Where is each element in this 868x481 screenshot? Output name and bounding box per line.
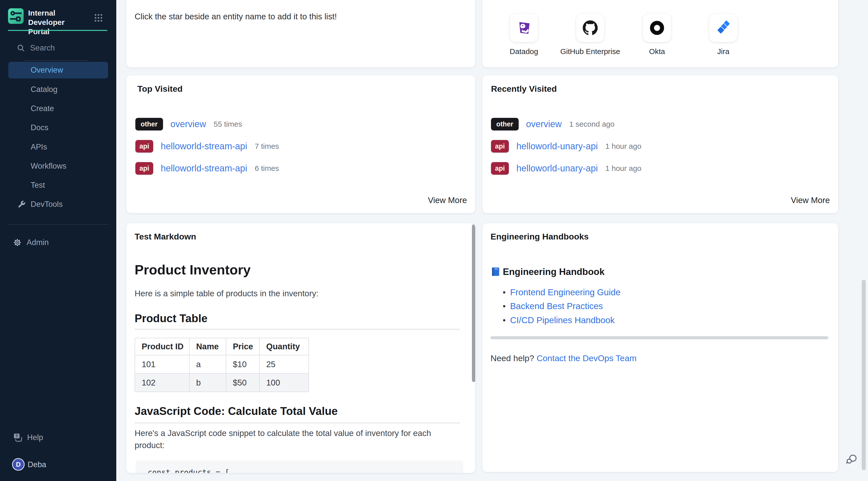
datadog-icon: [516, 20, 532, 36]
card-title: Test Markdown: [135, 232, 196, 241]
avatar-initial: D: [16, 461, 21, 469]
sidebar-search[interactable]: Search: [0, 40, 116, 56]
apps-grid-icon[interactable]: [93, 13, 103, 23]
table-row: 101 a $10 25: [135, 355, 309, 373]
table-cell: b: [189, 373, 226, 392]
table-header: Quantity: [259, 338, 309, 355]
tile-github[interactable]: [576, 14, 604, 42]
entity-link[interactable]: overview: [526, 119, 562, 129]
sidebar-item-test[interactable]: Test: [8, 177, 108, 193]
visited-row: api helloworld-unary-api 1 hour ago: [491, 140, 642, 153]
book-icon: [490, 266, 501, 277]
card-scrollbar-thumb[interactable]: [472, 224, 475, 382]
portal-logo: [8, 8, 24, 24]
sidebar-item-workflows[interactable]: Workflows: [8, 158, 108, 174]
table-cell: 25: [259, 355, 309, 373]
search-label: Search: [30, 43, 55, 53]
sidebar-item-overview[interactable]: Overview: [8, 62, 108, 79]
visit-meta: 6 times: [255, 164, 279, 173]
entity-link[interactable]: helloworld-stream-api: [161, 163, 247, 174]
list-item: Frontend Engineering Guide: [503, 287, 621, 298]
sidebar-item-docs[interactable]: Docs: [8, 119, 108, 136]
visit-meta: 7 times: [255, 142, 279, 151]
handbook-link[interactable]: Backend Best Practices: [510, 301, 603, 311]
markdown-h1: Product Inventory: [135, 261, 251, 278]
bullet: [503, 305, 505, 307]
card-title: Engineering Handbooks: [491, 232, 589, 241]
sidebar-item-catalog[interactable]: Catalog: [8, 81, 108, 98]
app: Internal Developer Portal Search: [0, 0, 868, 481]
entity-link[interactable]: helloworld-unary-api: [516, 141, 598, 152]
github-icon: [583, 20, 598, 36]
svg-text:?: ?: [16, 434, 18, 438]
sidebar-user[interactable]: D Deba: [0, 456, 116, 473]
recently-visited-card: Recently Visited other overview 1 second…: [483, 76, 838, 213]
table-cell: $50: [226, 373, 259, 392]
handbook-link[interactable]: Frontend Engineering Guide: [510, 287, 621, 297]
starred-entities-card: Click the star beside an entity name to …: [126, 0, 475, 67]
sidebar-item-label: Test: [31, 181, 45, 189]
sidebar-item-label: DevTools: [31, 200, 63, 209]
table-header-row: Product ID Name Price Quantity: [135, 338, 309, 355]
tile-label-github: GitHub Enterprise: [558, 47, 623, 56]
markdown-h2-table: Product Table: [135, 311, 208, 325]
sidebar-divider: [7, 224, 109, 225]
handbook-link[interactable]: CI/CD Pipelines Handbook: [510, 315, 615, 325]
markdown-hr: [135, 423, 460, 423]
sidebar-item-apis[interactable]: APIs: [8, 139, 108, 155]
jira-icon: [716, 20, 731, 36]
markdown-intro: Here is a simple table of products in th…: [135, 288, 459, 300]
avatar: D: [12, 458, 25, 471]
contact-devops-link[interactable]: Contact the DevOps Team: [536, 353, 637, 363]
table-header: Product ID: [135, 338, 189, 355]
tile-label-datadog: Datadog: [491, 47, 557, 56]
tile-okta[interactable]: [643, 14, 671, 42]
wrench-icon: [17, 200, 26, 209]
list-item: CI/CD Pipelines Handbook: [503, 314, 615, 326]
entity-link[interactable]: overview: [170, 119, 206, 129]
thick-divider: [491, 336, 828, 339]
sidebar-item-label: Workflows: [31, 161, 66, 170]
view-more-button[interactable]: View More: [791, 196, 830, 205]
tile-label-okta: Okta: [624, 47, 690, 56]
handbook-section-title: Engineering Handbook: [503, 266, 604, 277]
kind-badge: other: [491, 118, 519, 130]
table-cell: 100: [259, 373, 309, 392]
tile-label-jira: Jira: [691, 47, 756, 56]
visited-row: other overview 55 times: [135, 118, 242, 130]
sidebar-item-create[interactable]: Create: [8, 100, 108, 117]
table-cell: $10: [226, 355, 259, 373]
tile-datadog[interactable]: [510, 14, 538, 42]
view-more-button[interactable]: View More: [428, 196, 467, 205]
markdown-code-intro: Here's a JavaScript code snippet to calc…: [135, 427, 456, 451]
kind-badge: api: [135, 140, 153, 153]
starred-empty-message: Click the star beside an entity name to …: [135, 11, 436, 22]
visited-row: other overview 1 second ago: [491, 118, 615, 130]
integrations-card: Datadog GitHub Enterprise Okta: [483, 0, 838, 67]
sidebar-item-devtools[interactable]: DevTools: [8, 196, 108, 213]
table-cell: a: [189, 355, 226, 373]
help-chat-icon: ?: [12, 432, 23, 443]
search-divider: [24, 60, 88, 61]
tile-jira[interactable]: [709, 14, 737, 42]
sidebar-item-help[interactable]: ? Help: [0, 429, 116, 446]
kind-badge: other: [135, 118, 163, 130]
help-label: Help: [27, 433, 43, 442]
chat-widget-icon[interactable]: [845, 453, 858, 466]
sidebar-item-admin[interactable]: Admin: [0, 234, 116, 251]
sidebar-item-label: Docs: [31, 123, 49, 132]
entity-link[interactable]: helloworld-unary-api: [516, 163, 598, 174]
search-icon: [17, 44, 25, 52]
visited-row: api helloworld-stream-api 6 times: [135, 162, 279, 175]
table-cell: 101: [135, 355, 189, 373]
sidebar-item-label: APIs: [31, 143, 47, 151]
portal-title-line1: Internal Developer: [28, 8, 93, 27]
card-title: Recently Visited: [491, 84, 557, 94]
visit-meta: 1 hour ago: [605, 164, 641, 173]
kind-badge: api: [491, 140, 509, 153]
table-cell: 102: [135, 373, 189, 392]
sidebar: Internal Developer Portal Search: [0, 0, 116, 481]
page-scrollbar-thumb[interactable]: [862, 280, 866, 470]
entity-link[interactable]: helloworld-stream-api: [161, 141, 247, 152]
kind-badge: api: [491, 162, 509, 175]
